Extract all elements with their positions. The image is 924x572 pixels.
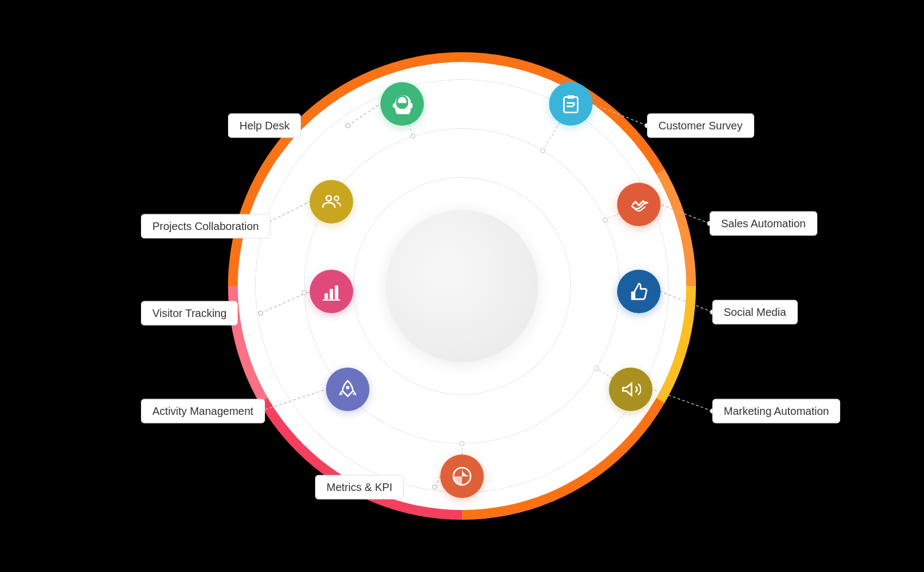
svg-rect-37 [564,97,577,113]
metrics-kpi-icon-circle [440,455,484,498]
svg-rect-42 [335,285,338,299]
svg-point-39 [335,196,339,201]
metrics-kpi-label: Metrics & KPI [315,475,404,500]
customer-survey-icon-circle [549,82,593,126]
social-media-icon-circle [617,270,661,313]
center-circle [386,210,538,362]
marketing-automation-label: Marketing Automation [712,399,840,424]
svg-point-38 [327,196,332,201]
svg-rect-43 [631,291,635,300]
marketing-automation-icon-circle [609,368,652,411]
social-media-label: Social Media [712,300,798,325]
projects-collaboration-icon-circle [310,180,353,223]
help-desk-label: Help Desk [228,114,301,138]
projects-collaboration-label: Projects Collaboration [141,214,270,239]
activity-management-label: Activity Management [141,399,265,424]
customer-survey-label: Customer Survey [647,114,754,138]
visitor-tracking-icon-circle [310,270,353,313]
activity-management-icon-circle [326,368,369,411]
svg-rect-41 [330,289,333,299]
svg-rect-40 [324,293,328,299]
sales-automation-icon-circle [617,183,661,226]
visitor-tracking-label: Visitor Tracking [141,301,238,326]
sales-automation-label: Sales Automation [710,212,817,236]
help-desk-icon-circle [380,82,424,126]
svg-point-44 [346,386,349,389]
crm-diagram: Help DeskCustomer SurveyProjects Collabo… [135,20,789,552]
